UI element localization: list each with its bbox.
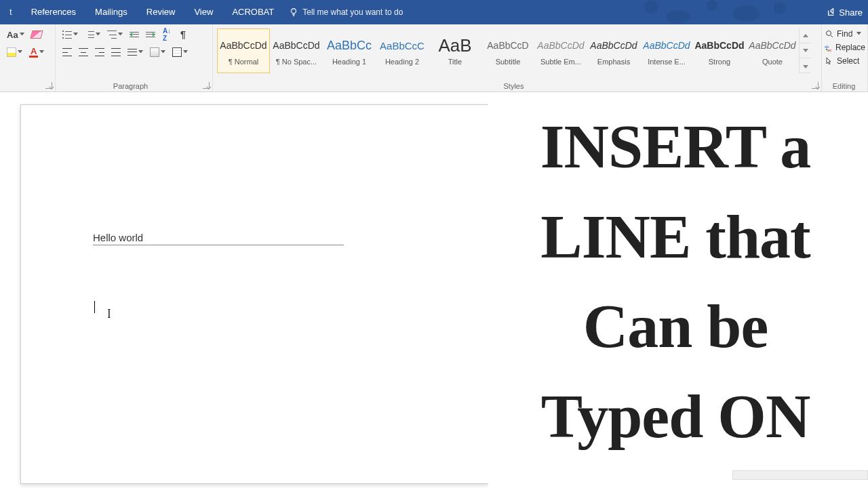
style-subtle-em-[interactable]: AaBbCcDdSubtle Em... [534, 28, 587, 73]
overlay-line-3: Can be [488, 281, 863, 371]
select-button[interactable]: Select [823, 54, 866, 68]
style-emphasis[interactable]: AaBbCcDdEmphasis [587, 28, 640, 73]
svg-point-5 [707, 0, 717, 11]
style-title[interactable]: AaBTitle [429, 28, 481, 73]
tab-partial[interactable]: t [7, 0, 22, 24]
styles-gallery: AaBbCcDd¶ NormalAaBbCcDd¶ No Spac...AaBb… [217, 27, 817, 73]
text-caret [94, 301, 95, 313]
styles-expand[interactable] [800, 58, 811, 73]
tab-references[interactable]: References [22, 0, 85, 24]
search-icon [825, 29, 834, 39]
highlight-icon [7, 47, 16, 57]
font-launcher[interactable] [45, 82, 52, 89]
styles-launcher[interactable] [812, 82, 818, 89]
tab-acrobat[interactable]: ACROBAT [222, 0, 283, 24]
page[interactable]: Hello world I [20, 104, 488, 484]
share-button[interactable]: Share [827, 0, 863, 24]
style-intense-e-[interactable]: AaBbCcDdIntense E... [640, 28, 693, 73]
svg-point-3 [644, 0, 658, 14]
tab-mailings[interactable]: Mailings [85, 0, 137, 24]
sort-button[interactable]: A↓Z [159, 27, 174, 42]
ibeam-cursor: I [108, 307, 111, 321]
align-center-button[interactable] [76, 45, 91, 60]
editing-group: Find abac Replace Select Editing [822, 24, 868, 92]
justify-button[interactable] [108, 45, 123, 60]
style-heading-1[interactable]: AaBbCcHeading 1 [323, 28, 376, 73]
style--normal[interactable]: AaBbCcDd¶ Normal [217, 28, 270, 73]
font-color-icon: A [29, 47, 38, 58]
tab-review[interactable]: Review [137, 0, 185, 24]
style--no-spac-[interactable]: AaBbCcDd¶ No Spac... [270, 28, 323, 73]
editing-label: Editing [822, 82, 866, 90]
cursor-icon [825, 56, 834, 66]
find-button[interactable]: Find [823, 27, 866, 41]
bullets-button[interactable] [60, 27, 81, 42]
clear-formatting-button[interactable] [28, 27, 45, 42]
styles-scroll-down[interactable] [800, 43, 811, 58]
pilcrow-icon: ¶ [180, 29, 186, 40]
font-group: Aa A [0, 24, 56, 92]
styles-more [799, 28, 811, 73]
overlay-line-2: LINE that [488, 192, 863, 282]
overlay-title: INSERT a LINE that Can be Typed ON [488, 95, 868, 488]
replace-icon: abac [825, 43, 833, 52]
sort-icon: A↓Z [163, 27, 171, 42]
tab-view[interactable]: View [184, 0, 222, 24]
svg-text:ac: ac [827, 48, 831, 52]
titlebar-decoration [637, 0, 807, 24]
paragraph-launcher[interactable] [203, 82, 210, 89]
numbering-icon [85, 30, 94, 39]
line-spacing-icon [127, 47, 137, 57]
styles-group: AaBbCcDd¶ NormalAaBbCcDd¶ No Spac...AaBb… [213, 24, 822, 92]
svg-point-7 [774, 2, 786, 14]
align-left-button[interactable] [60, 45, 75, 60]
change-case-button[interactable]: Aa [4, 27, 27, 42]
justify-icon [111, 48, 121, 56]
show-marks-button[interactable]: ¶ [176, 27, 191, 42]
align-right-button[interactable] [92, 45, 107, 60]
font-color-button[interactable]: A [26, 45, 47, 60]
shading-icon [150, 47, 159, 57]
multilevel-icon [107, 30, 117, 39]
numbering-button[interactable] [82, 27, 103, 42]
multilevel-button[interactable] [104, 27, 125, 42]
overlay-line-4: Typed ON [488, 371, 863, 462]
ribbon-tabbar: t References Mailings Review View ACROBA… [0, 0, 868, 24]
horizontal-scrollbar[interactable] [732, 470, 868, 480]
borders-icon [172, 47, 182, 57]
svg-point-8 [827, 31, 831, 36]
ribbon: Aa A A↓Z ¶ Paragraph [0, 24, 868, 92]
paragraph-label: Paragraph [56, 82, 205, 90]
decrease-indent-icon [130, 30, 139, 39]
increase-indent-icon [146, 30, 155, 39]
increase-indent-button[interactable] [143, 27, 158, 42]
decrease-indent-button[interactable] [127, 27, 142, 42]
line-spacing-button[interactable] [125, 45, 146, 60]
style-heading-2[interactable]: AaBbCcCHeading 2 [376, 28, 429, 73]
align-right-icon [95, 48, 104, 56]
align-center-icon [79, 48, 88, 56]
align-left-icon [62, 48, 72, 56]
tell-me-search[interactable]: Tell me what you want to do [289, 7, 403, 17]
styles-scroll-up[interactable] [800, 28, 811, 43]
style-subtitle[interactable]: AaBbCcDSubtitle [481, 28, 534, 73]
styles-label: Styles [213, 82, 814, 90]
document-text[interactable]: Hello world [93, 232, 143, 243]
replace-button[interactable]: abac Replace [823, 41, 866, 54]
svg-point-6 [732, 5, 760, 22]
style-quote[interactable]: AaBbCcDdQuote [746, 28, 799, 73]
style-strong[interactable]: AaBbCcDdStrong [693, 28, 746, 73]
svg-point-4 [666, 10, 690, 24]
document-area[interactable]: Hello world I [0, 92, 488, 488]
eraser-icon [30, 30, 43, 39]
borders-button[interactable] [170, 45, 191, 60]
bullets-icon [62, 30, 72, 39]
typed-line[interactable] [93, 245, 344, 245]
paragraph-group: A↓Z ¶ Paragraph [56, 24, 213, 92]
svg-line-9 [831, 35, 833, 37]
svg-point-0 [292, 9, 296, 14]
highlight-button[interactable] [4, 45, 25, 60]
overlay-line-1: INSERT a [488, 102, 863, 192]
shading-button[interactable] [147, 45, 168, 60]
lightbulb-icon [289, 7, 298, 17]
